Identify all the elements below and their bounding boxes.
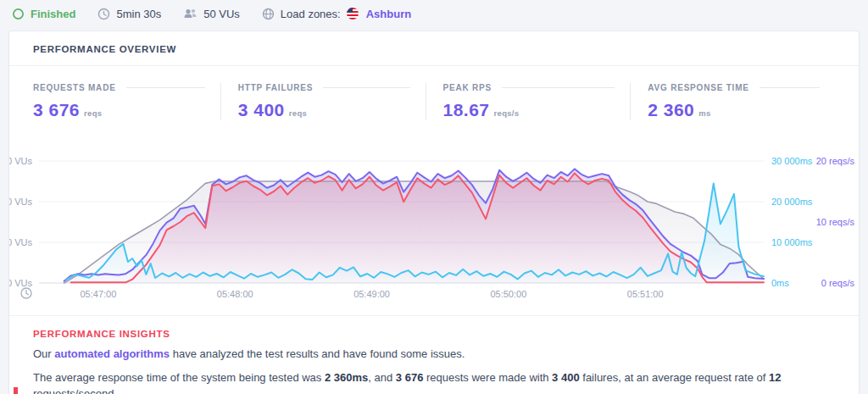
clock-icon [97, 8, 110, 20]
load-zone-name: Ashburn [366, 8, 411, 20]
metric-label: PEAK RPS [443, 83, 492, 92]
finished-ring-icon [12, 8, 25, 20]
performance-overview-card: PERFORMANCE OVERVIEW REQUESTS MADE 3 676… [8, 31, 860, 394]
svg-text:0 reqs/s: 0 reqs/s [821, 278, 855, 288]
svg-text:30 000ms: 30 000ms [771, 156, 813, 166]
svg-text:60 VUs: 60 VUs [9, 156, 32, 166]
test-vus: 50 VUs [183, 8, 240, 20]
users-icon [183, 8, 198, 19]
load-zones-label: Load zones: [281, 8, 341, 20]
label-rule [323, 87, 409, 88]
svg-text:05:51:00: 05:51:00 [627, 289, 664, 299]
card-title: PERFORMANCE OVERVIEW [9, 31, 859, 66]
svg-text:05:47:00: 05:47:00 [80, 289, 116, 299]
metric-unit: reqs/s [494, 108, 520, 118]
svg-text:05:49:00: 05:49:00 [353, 289, 390, 299]
vus-value: 50 VUs [203, 8, 240, 20]
label-rule [502, 87, 615, 88]
insights-title: PERFORMANCE INSIGHTS [33, 329, 835, 339]
svg-text:20 reqs/s: 20 reqs/s [816, 156, 855, 166]
test-duration: 5min 30s [97, 8, 161, 20]
duration-value: 5min 30s [116, 8, 161, 20]
us-flag-icon [347, 8, 359, 19]
load-zones: Load zones: Ashburn [262, 8, 411, 20]
metric-label: AVG RESPONSE TIME [648, 83, 749, 92]
metric-value: 18.67reqs/s [443, 100, 620, 120]
status-label: Finished [31, 8, 75, 20]
svg-text:20 000ms: 20 000ms [771, 197, 813, 207]
svg-text:20 VUs: 20 VUs [9, 237, 32, 247]
insights-summary: Our automated algorithms have analyzed t… [33, 347, 835, 363]
metric-requests-made: REQUESTS MADE 3 676reqs [33, 83, 220, 120]
metric-value: 3 400reqs [238, 100, 415, 120]
label-rule [760, 87, 820, 88]
label-rule [126, 87, 205, 88]
svg-text:40 VUs: 40 VUs [9, 197, 32, 207]
status-finished: Finished [12, 8, 75, 20]
metric-avg-response-time: AVG RESPONSE TIME 2 360ms [630, 83, 835, 120]
svg-text:05:50:00: 05:50:00 [490, 289, 526, 299]
performance-chart: 60 VUs40 VUs20 VUs0 VUs30 000ms20 000ms1… [9, 143, 859, 309]
performance-insights: PERFORMANCE INSIGHTS Our automated algor… [9, 315, 859, 394]
insights-detail: The average response time of the system … [33, 370, 835, 394]
svg-text:0ms: 0ms [771, 278, 789, 288]
metric-peak-rps: PEAK RPS 18.67reqs/s [426, 83, 631, 120]
metric-unit: reqs [289, 108, 307, 118]
alert-accent-bar [14, 387, 18, 394]
metrics-row: REQUESTS MADE 3 676reqs HTTP FAILURES 3 … [9, 66, 859, 120]
metric-label: REQUESTS MADE [33, 83, 116, 92]
metric-unit: ms [698, 108, 710, 118]
chart-canvas: 60 VUs40 VUs20 VUs0 VUs30 000ms20 000ms1… [9, 143, 859, 309]
test-status-bar: Finished 5min 30s 50 VUs Load zones: [0, 0, 868, 27]
metric-unit: reqs [84, 108, 102, 118]
metric-http-failures: HTTP FAILURES 3 400reqs [220, 83, 426, 120]
automated-algorithms-link[interactable]: automated algorithms [54, 347, 170, 360]
svg-text:10 reqs/s: 10 reqs/s [816, 217, 855, 227]
metric-value: 3 676reqs [33, 100, 210, 120]
metric-label: HTTP FAILURES [238, 83, 314, 92]
metric-value: 2 360ms [648, 100, 825, 120]
svg-text:05:48:00: 05:48:00 [217, 289, 253, 299]
globe-icon [262, 8, 275, 20]
svg-text:0 VUs: 0 VUs [9, 278, 32, 288]
svg-text:10 000ms: 10 000ms [771, 237, 813, 247]
